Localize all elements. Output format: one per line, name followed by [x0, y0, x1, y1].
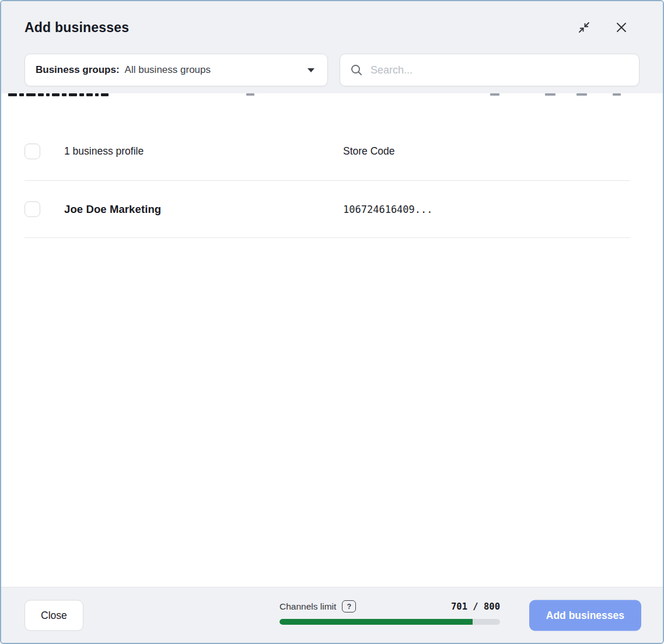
business-groups-select[interactable]: Business groups: All business groups [25, 54, 328, 86]
chevron-down-icon [307, 68, 314, 72]
business-groups-value: All business groups [125, 64, 211, 76]
row-checkbox[interactable] [25, 201, 40, 217]
channels-limit-count: 701 / 800 [451, 601, 500, 612]
table-row[interactable]: Joe Doe Marketing 106724616409... [1, 181, 663, 237]
select-all-checkbox[interactable] [25, 144, 40, 159]
close-icon[interactable] [614, 20, 629, 35]
business-groups-label: Business groups: [36, 64, 120, 76]
clipped-scrolled-row [1, 93, 663, 98]
business-name: Joe Doe Marketing [64, 203, 161, 215]
search-icon [350, 63, 364, 77]
search-input[interactable] [371, 64, 630, 76]
help-icon[interactable]: ? [342, 600, 356, 612]
channels-limit-block: Channels limit ? 701 / 800 [279, 600, 500, 625]
add-businesses-button[interactable]: Add businesses [529, 600, 641, 631]
dialog-footer: Close Channels limit ? 701 / 800 Add bus… [1, 587, 663, 643]
close-button[interactable]: Close [25, 600, 83, 631]
dialog-title: Add businesses [25, 20, 129, 36]
store-code-value: 106724616409... [343, 204, 433, 215]
channels-limit-label: Channels limit [279, 601, 336, 612]
table-header-row: 1 business profile Store Code [1, 98, 663, 180]
add-businesses-dialog: Add businesses Business groups: Al [0, 0, 664, 644]
collapse-icon[interactable] [576, 20, 592, 35]
channels-progress-track [279, 619, 500, 625]
search-box[interactable] [340, 54, 639, 86]
dialog-header: Add businesses Business groups: Al [1, 1, 663, 93]
store-code-column-header: Store Code [343, 145, 395, 157]
business-list: 1 business profile Store Code Joe Doe Ma… [1, 93, 663, 587]
profiles-count-label: 1 business profile [64, 145, 144, 157]
divider [25, 237, 630, 238]
channels-progress-fill [279, 619, 473, 625]
